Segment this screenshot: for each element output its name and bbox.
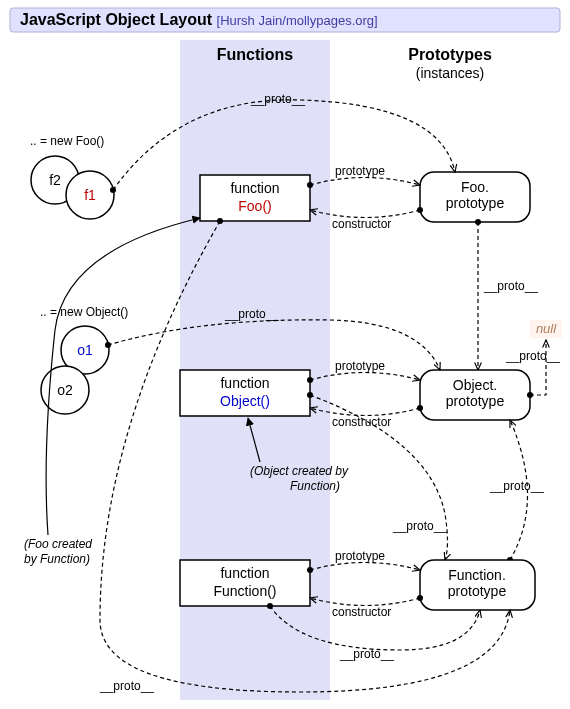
new-foo-label: .. = new Foo() [30,134,104,148]
functions-header: Functions [217,46,294,63]
edge-f1-proto-label: __proto__ [250,92,305,106]
note-obj-by-fun-1: (Object created by [250,464,349,478]
title-text: JavaScript Object Layout [Hursh Jain/mol… [20,11,378,28]
note-foo-by-fun-2: by Function) [24,552,90,566]
function-function-name: Function() [213,583,276,599]
edge-function-constructor-label: constructor [332,605,391,619]
function-prototype-l2: prototype [448,583,507,599]
f1-label: f1 [84,187,96,203]
edge-object-funproto-label: __proto__ [392,519,447,533]
note-foo-by-fun-1: (Foo created [24,537,92,551]
edge-object-constructor-label: constructor [332,415,391,429]
function-object-kw: function [220,375,269,391]
edge-foo-constructor-label: constructor [332,217,391,231]
edge-object-prototype-label: prototype [335,359,385,373]
edge-function-selfproto-label: __proto__ [339,647,394,661]
f2-label: f2 [49,172,61,188]
foo-prototype-l1: Foo. [461,179,489,195]
function-foo-name: Foo() [238,198,271,214]
note-obj-by-fun-2: Function) [290,479,340,493]
function-foo-kw: function [230,180,279,196]
edge-foo-funproto-label: __proto__ [99,679,154,693]
edge-funproto-objproto-label: __proto__ [489,479,544,493]
function-function-kw: function [220,565,269,581]
prototypes-subheader: (instances) [416,65,484,81]
diagram-canvas: JavaScript Object Layout [Hursh Jain/mol… [0,0,570,709]
object-prototype-l1: Object. [453,377,497,393]
edge-o1-proto-label: __proto__ [224,307,279,321]
o2-label: o2 [57,382,73,398]
object-prototype-l2: prototype [446,393,505,409]
edge-fooproto-objproto-label: __proto__ [483,279,538,293]
prototypes-header: Prototypes [408,46,492,63]
edge-foo-prototype-label: prototype [335,164,385,178]
edge-objectproto-null-label: __proto__ [505,349,560,363]
o1-label: o1 [77,342,93,358]
null-label: null [536,321,557,336]
foo-prototype-l2: prototype [446,195,505,211]
function-prototype-l1: Function. [448,567,506,583]
edge-function-prototype-label: prototype [335,549,385,563]
new-object-label: .. = new Object() [40,305,128,319]
function-object-name: Object() [220,393,270,409]
